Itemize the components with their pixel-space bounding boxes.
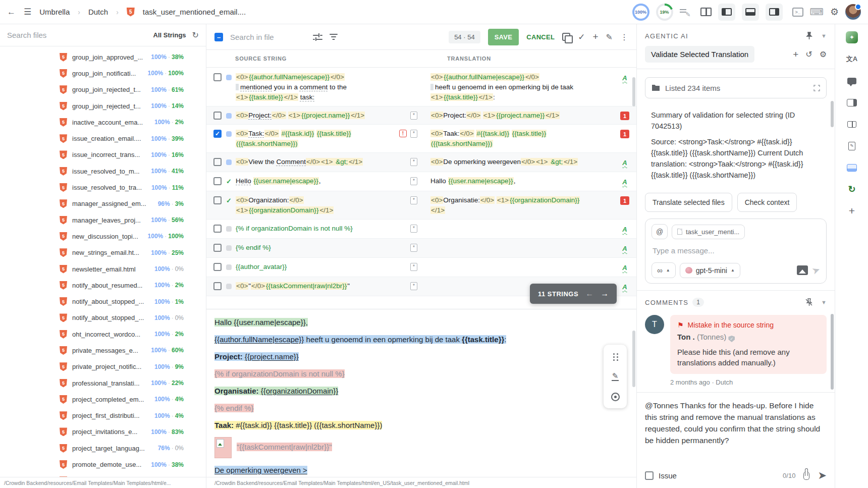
user-avatar[interactable]	[845, 4, 861, 20]
drag-handle-icon[interactable]	[606, 347, 624, 365]
file-list-item[interactable]: 5group_join_notificati...100%·100%	[0, 65, 206, 81]
console-icon[interactable]: >_	[792, 8, 803, 17]
listed-items-card[interactable]: Listed 234 items	[645, 77, 827, 98]
qa-ok-icon[interactable]: A	[622, 263, 627, 273]
unpin-icon[interactable]	[805, 298, 813, 306]
source-cell[interactable]: <0>Task:</0> #{{task.id}} {{task.title}}…	[236, 129, 394, 149]
row-checkbox[interactable]: ✓	[213, 130, 222, 138]
source-cell[interactable]: {% if organizationDomain is not null %}	[236, 224, 394, 234]
glossary-book-icon[interactable]	[845, 118, 858, 131]
strings-filter-dropdown[interactable]: All Strings	[153, 31, 186, 39]
breadcrumb-file[interactable]: task_user_mentioned_email....	[143, 8, 246, 16]
translation-cell[interactable]: <0>De opmerking weergeven</0><1> &gt;</1…	[430, 157, 613, 167]
refresh-icon[interactable]: ↻	[192, 30, 199, 40]
file-list-item[interactable]: 5issue_resolved_to_tra...100%·11%	[0, 179, 206, 195]
tm-match-icon[interactable]: *	[410, 158, 417, 166]
check-context-button[interactable]: Check context	[737, 193, 797, 212]
attached-file-chip[interactable]: task_user_menti...	[672, 225, 745, 239]
file-list-item[interactable]: 5project_invitations_e...100%·83%	[0, 424, 206, 440]
file-list-item[interactable]: 5newsletter_email.html100%·0%	[0, 261, 206, 277]
file-list-item[interactable]: 5oht_incorrect_wordco...100%·2%	[0, 326, 206, 342]
file-list-item[interactable]: 5notify_about_resumed...100%·2%	[0, 277, 206, 293]
file-list-item[interactable]: 5manager_assigned_em...96%·3%	[0, 196, 206, 212]
row-checkbox[interactable]	[213, 282, 222, 290]
chat-bubble-icon[interactable]	[845, 74, 858, 87]
context-mode-dropdown[interactable]: ∞▲	[652, 262, 676, 278]
string-row[interactable]: {% if organizationDomain is not null %}*…	[206, 220, 636, 239]
tm-match-icon[interactable]: *	[410, 282, 417, 290]
file-list-item[interactable]: 5promote_demote_use...100%·38%	[0, 456, 206, 472]
row-checkbox[interactable]	[213, 158, 222, 166]
source-cell[interactable]: <0>{{author.fullName|escape}}</0>mention…	[236, 72, 394, 102]
comments-scrollbar[interactable]	[831, 314, 834, 390]
filter-icon[interactable]	[330, 34, 338, 40]
previous-string-icon[interactable]: ←	[585, 289, 593, 298]
toggle-left-panel-button[interactable]	[718, 4, 735, 21]
qa-ok-icon[interactable]: A	[622, 225, 627, 235]
source-cell[interactable]: <0>Project:</0> <1>{{project.name}}</1>	[236, 111, 394, 121]
string-row[interactable]: ✓Hello {{user.name|escape}},*Hallo {{use…	[206, 172, 636, 191]
issue-count-badge[interactable]: 1	[620, 196, 629, 205]
insert-image-icon[interactable]	[797, 265, 808, 275]
copy-source-icon[interactable]	[562, 33, 570, 41]
breadcrumb-project[interactable]: Umbrella	[39, 8, 70, 16]
expand-icon[interactable]	[813, 85, 820, 91]
preview-visibility-icon[interactable]	[606, 388, 624, 406]
comment-author-name[interactable]: Ton .	[677, 333, 695, 341]
source-cell[interactable]: {{author_avatar}}	[236, 262, 394, 272]
preview-edit-icon[interactable]: ✎	[606, 367, 624, 386]
new-chat-icon[interactable]: +	[793, 49, 798, 60]
tm-match-icon[interactable]: *	[410, 263, 417, 271]
translated-progress-ring[interactable]: 100%	[632, 4, 649, 21]
keyboard-shortcuts-icon[interactable]: ⌨	[810, 6, 824, 18]
side-panel-icon[interactable]	[845, 96, 858, 109]
ai-send-icon[interactable]: ➤	[810, 263, 822, 277]
translation-cell[interactable]: <0>Project:</0> <1>{{project.name}}</1>	[430, 111, 613, 121]
tm-match-icon[interactable]: *	[410, 130, 417, 138]
string-row[interactable]: {{author_avatar}}*A	[206, 258, 636, 277]
tm-match-icon[interactable]: *	[410, 196, 417, 204]
file-list-item[interactable]: 5project_completed_em...100%·4%	[0, 391, 206, 407]
issue-count-badge[interactable]: 1	[620, 112, 629, 120]
active-comments-panel-icon[interactable]	[845, 161, 858, 174]
menu-icon[interactable]: ☰	[24, 7, 31, 17]
file-list-item[interactable]: 5project_first_distributi...100%·4%	[0, 408, 206, 424]
row-checkbox[interactable]	[213, 244, 222, 252]
model-selector-dropdown[interactable]: gpt-5-mini▲	[680, 263, 740, 278]
add-panel-icon[interactable]: +	[845, 204, 858, 218]
toggle-bottom-panel-button[interactable]	[742, 4, 759, 21]
approved-progress-ring[interactable]: 19%	[656, 4, 673, 21]
edit-pencil-icon[interactable]: ✎	[606, 32, 613, 42]
comments-chevron-icon[interactable]: ▼	[821, 299, 827, 305]
reply-draft-text[interactable]: @Tonnes Thanks for the heads-up. Before …	[637, 393, 835, 446]
translate-language-icon[interactable]: 文A	[845, 52, 858, 66]
file-list-item[interactable]: 5issue_incorrect_trans...100%·16%	[0, 147, 206, 163]
file-list-item[interactable]: 5professional_translati...100%·22%	[0, 375, 206, 391]
file-list-item[interactable]: 5issue_resolved_to_m...100%·41%	[0, 163, 206, 179]
row-checkbox[interactable]	[213, 177, 222, 185]
file-list-item[interactable]: 5pt_complete_translati...100%·0%	[0, 473, 206, 477]
advanced-filter-icon[interactable]	[313, 33, 322, 41]
issue-checkbox[interactable]	[645, 471, 654, 480]
more-options-icon[interactable]: ⋮	[620, 32, 628, 42]
qa-ok-icon[interactable]: A	[622, 73, 627, 83]
string-row[interactable]: <0>Project:</0> <1>{{project.name}}</1>*…	[206, 106, 636, 125]
row-checkbox[interactable]	[213, 225, 222, 233]
qa-ok-icon[interactable]: A	[622, 282, 627, 292]
row-checkbox[interactable]	[213, 263, 222, 271]
cancel-button[interactable]: CANCEL	[526, 33, 555, 41]
issue-count-badge[interactable]: 1	[620, 130, 629, 138]
file-list-item[interactable]: 5notify_about_stopped_...100%·1%	[0, 293, 206, 309]
ai-assistant-icon[interactable]: ✦	[845, 31, 858, 44]
row-checkbox[interactable]	[213, 196, 222, 204]
sync-icon[interactable]: ↻	[845, 183, 858, 196]
select-all-checkbox[interactable]: –	[214, 33, 223, 41]
qa-ok-icon[interactable]: A	[622, 177, 627, 187]
source-issue-icon[interactable]: !	[399, 130, 407, 137]
file-list-item[interactable]: 5notify_about_stopped_...100%·0%	[0, 310, 206, 326]
file-list-item[interactable]: 5project_target_languag...76%·0%	[0, 440, 206, 456]
source-cell[interactable]: <0>"</0>{{taskComment|raw|nl2br}}"	[236, 281, 394, 291]
row-checkbox[interactable]	[213, 112, 222, 120]
tm-match-icon[interactable]: *	[410, 112, 417, 120]
search-in-file-input[interactable]: Search in file	[230, 33, 306, 41]
